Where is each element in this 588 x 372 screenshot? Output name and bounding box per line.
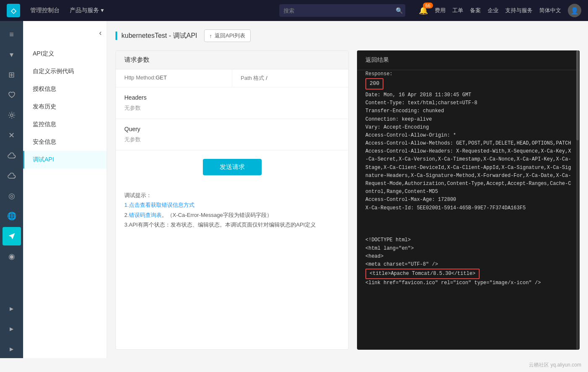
nav-support[interactable]: 支持与服务 — [505, 7, 533, 14]
notification-badge: 66 — [423, 3, 433, 8]
sidebar-icon-arrow3[interactable]: ▸ — [3, 340, 21, 358]
tip2: 2.错误码查询表。（X-Ca-Error-Message字段为错误码字段） — [124, 210, 340, 220]
sidebar-icon-cloud[interactable] — [3, 146, 21, 165]
sidebar-item-monitor[interactable]: 监控信息 — [23, 116, 107, 133]
headers-value: 无参数 — [124, 104, 340, 112]
send-request-button[interactable]: 发送请求 — [203, 159, 262, 175]
response-panel: 返回结果 Response: 200 Date: Mon, 16 Apr 201… — [357, 50, 580, 350]
back-arrow-icon: ↑ — [210, 33, 213, 39]
sidebar-icon-heart[interactable] — [3, 86, 21, 104]
nav-products[interactable]: 产品与服务 ▾ — [70, 7, 104, 14]
nav-enterprise[interactable]: 企业 — [488, 7, 499, 14]
sidebar-item-publish-history[interactable]: 发布历史 — [23, 98, 107, 116]
title-border — [116, 32, 117, 40]
sidebar-icon-circle[interactable]: ◎ — [3, 187, 21, 205]
panels: 请求参数 Http Method:GET Path 格式 / Headers 无… — [116, 50, 580, 350]
back-btn-label: 返回API列表 — [215, 32, 245, 40]
status-code-badge: 200 — [365, 78, 383, 90]
nav-fee[interactable]: 费用 — [435, 7, 446, 14]
search-input[interactable] — [279, 4, 405, 17]
sidebar-header: ‹ — [23, 25, 107, 41]
sidebar-icon-arrow2[interactable]: ▸ — [3, 319, 21, 338]
sidebar-icon-dropdown[interactable]: ▾ — [3, 45, 21, 64]
back-to-list-button[interactable]: ↑ 返回API列表 — [204, 29, 251, 42]
sidebar-icon-settings[interactable] — [3, 106, 21, 124]
sidebar-icon-globe[interactable]: 🌐 — [3, 207, 21, 225]
tips-title: 调试提示： — [124, 190, 340, 200]
sidebar-icon-grid[interactable]: ⊞ — [3, 66, 21, 84]
param-row-method-path: Http Method:GET Path 格式 / — [116, 69, 348, 87]
main-layout: ≡ ▾ ⊞ ✕ ◎ 🌐 ◉ ▸ ▸ ▸ ‹ API定义 自定义示例代码 — [0, 21, 588, 358]
search-container: 🔍 — [279, 4, 405, 17]
nav-management[interactable]: 管理控制台 — [30, 7, 60, 14]
title-line-badge: <title>Apache Tomcat/8.5.30</title> — [365, 269, 480, 279]
tip1: 1.点击查看获取错误信息方式 — [124, 200, 340, 210]
nav-ticket[interactable]: 工单 — [452, 7, 463, 14]
nav-right-area: 🔔 66 费用 工单 备案 企业 支持与服务 简体中文 👤 — [419, 4, 581, 17]
watermark: 云栖社区 yq.aliyun.com — [0, 358, 588, 372]
path-value: / — [266, 75, 268, 81]
headers-title: Headers — [124, 94, 340, 101]
search-button[interactable]: 🔍 — [396, 7, 403, 14]
sidebar-icon-target[interactable]: ◉ — [3, 247, 21, 266]
scrollbar-thumb — [576, 50, 579, 140]
nav-language[interactable]: 简体中文 — [539, 7, 561, 14]
sidebar-collapse-btn[interactable]: ‹ — [99, 29, 102, 37]
content-area: kubernetesTest - 调试API ↑ 返回API列表 请求参数 Ht… — [107, 21, 588, 358]
tip2-link[interactable]: 错误码查询表 — [129, 212, 162, 218]
sidebar-icon-plane[interactable] — [3, 227, 21, 245]
request-panel: 请求参数 Http Method:GET Path 格式 / Headers 无… — [116, 50, 349, 350]
sidebar-icon-cloud2[interactable] — [3, 166, 21, 185]
send-btn-area: 发送请求 — [116, 150, 348, 184]
query-value: 无参数 — [124, 136, 340, 143]
path-cell: Path 格式 / — [232, 69, 348, 87]
avatar[interactable]: 👤 — [568, 4, 581, 17]
tips-area: 调试提示： 1.点击查看获取错误信息方式 2.错误码查询表。（X-Ca-Erro… — [116, 184, 348, 237]
nav-record[interactable]: 备案 — [470, 7, 481, 14]
response-panel-header: 返回结果 — [357, 50, 580, 70]
request-panel-header: 请求参数 — [116, 51, 348, 69]
query-section: Query 无参数 — [116, 119, 348, 150]
second-sidebar: ‹ API定义 自定义示例代码 授权信息 发布历史 监控信息 安全信息 调试AP… — [23, 21, 107, 358]
http-method-cell: Http Method:GET — [116, 69, 232, 87]
page-title-bar: kubernetesTest - 调试API — [116, 32, 197, 40]
svg-point-0 — [10, 114, 13, 116]
sidebar-item-custom-code[interactable]: 自定义示例代码 — [23, 63, 107, 80]
sidebar-item-debug[interactable]: 调试API — [23, 151, 107, 169]
headers-section: Headers 无参数 — [116, 87, 348, 119]
sidebar-item-security[interactable]: 安全信息 — [23, 133, 107, 151]
query-title: Query — [124, 126, 340, 132]
http-method-value: GET — [155, 74, 167, 81]
sidebar-icon-cross[interactable]: ✕ — [3, 126, 21, 145]
response-body[interactable]: Response: 200 Date: Mon, 16 Apr 2018 11:… — [357, 70, 580, 350]
path-label: Path 格式 — [241, 75, 264, 81]
icon-sidebar: ≡ ▾ ⊞ ✕ ◎ 🌐 ◉ ▸ ▸ ▸ — [0, 21, 23, 358]
http-method-label: Http Method: — [124, 74, 155, 81]
tip1-link[interactable]: 1.点击查看获取错误信息方式 — [124, 202, 194, 208]
sidebar-item-api-def[interactable]: API定义 — [23, 45, 107, 63]
page-header: kubernetesTest - 调试API ↑ 返回API列表 — [116, 29, 580, 42]
sidebar-icon-arrow1[interactable]: ▸ — [3, 299, 21, 318]
tip3: 3.API有两个状态：发布状态、编辑状态。本调试页面仅针对编辑状态的API定义 — [124, 220, 340, 230]
page-title: kubernetesTest - 调试API — [121, 32, 197, 40]
logo[interactable]: ◇ — [7, 4, 20, 17]
bell-container: 🔔 66 — [419, 6, 428, 15]
sidebar-icon-menu[interactable]: ≡ — [3, 25, 21, 44]
scrollbar-track[interactable] — [576, 50, 579, 350]
top-navigation: ◇ 管理控制台 产品与服务 ▾ 🔍 🔔 66 费用 工单 备案 企业 支持与服务… — [0, 0, 588, 21]
sidebar-item-auth[interactable]: 授权信息 — [23, 80, 107, 98]
